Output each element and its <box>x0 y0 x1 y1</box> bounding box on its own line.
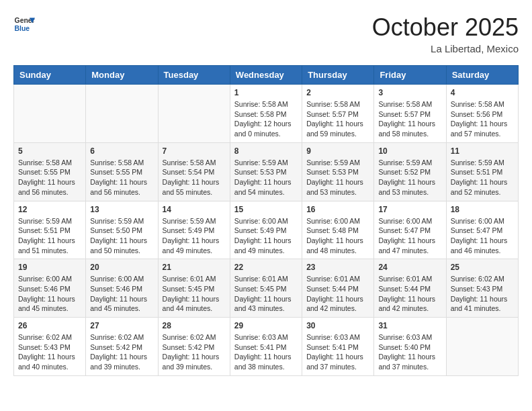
calendar-cell: 29Sunrise: 6:03 AMSunset: 5:41 PMDayligh… <box>230 318 302 376</box>
day-info: Sunrise: 6:02 AMSunset: 5:42 PMDaylight:… <box>163 332 226 372</box>
day-number: 17 <box>378 205 441 214</box>
day-info: Sunrise: 6:02 AMSunset: 5:42 PMDaylight:… <box>90 332 153 372</box>
calendar-week-2: 5Sunrise: 5:58 AMSunset: 5:55 PMDaylight… <box>14 142 519 201</box>
page-header: General Blue October 2025 La Libertad, M… <box>13 13 519 54</box>
calendar-cell: 28Sunrise: 6:02 AMSunset: 5:42 PMDayligh… <box>158 318 230 376</box>
day-info: Sunrise: 5:58 AMSunset: 5:58 PMDaylight:… <box>234 99 298 139</box>
day-number: 10 <box>378 146 441 156</box>
day-number: 20 <box>90 263 153 272</box>
day-info: Sunrise: 6:03 AMSunset: 5:41 PMDaylight:… <box>306 332 369 372</box>
day-info: Sunrise: 6:03 AMSunset: 5:40 PMDaylight:… <box>378 332 441 372</box>
day-number: 8 <box>234 146 298 156</box>
day-number: 29 <box>234 321 298 330</box>
calendar-cell: 2Sunrise: 5:58 AMSunset: 5:57 PMDaylight… <box>302 85 374 143</box>
calendar-cell: 13Sunrise: 5:59 AMSunset: 5:50 PMDayligh… <box>86 201 158 259</box>
day-number: 24 <box>378 263 441 272</box>
day-info: Sunrise: 6:01 AMSunset: 5:45 PMDaylight:… <box>163 274 226 314</box>
calendar-cell: 5Sunrise: 5:58 AMSunset: 5:55 PMDaylight… <box>14 142 86 201</box>
weekday-header-row: Sunday Monday Tuesday Wednesday Thursday… <box>14 66 519 85</box>
day-info: Sunrise: 6:02 AMSunset: 5:43 PMDaylight:… <box>451 274 514 314</box>
day-number: 27 <box>90 321 153 330</box>
calendar-cell: 27Sunrise: 6:02 AMSunset: 5:42 PMDayligh… <box>86 318 158 376</box>
calendar-cell: 22Sunrise: 6:01 AMSunset: 5:45 PMDayligh… <box>230 259 302 318</box>
day-number: 1 <box>234 88 298 97</box>
day-info: Sunrise: 6:00 AMSunset: 5:47 PMDaylight:… <box>378 216 441 256</box>
day-info: Sunrise: 5:58 AMSunset: 5:55 PMDaylight:… <box>18 158 81 197</box>
calendar-cell <box>158 85 230 143</box>
day-number: 13 <box>90 205 153 214</box>
day-number: 25 <box>451 263 514 272</box>
logo: General Blue <box>13 13 35 35</box>
day-info: Sunrise: 5:59 AMSunset: 5:53 PMDaylight:… <box>306 158 369 197</box>
calendar-cell: 17Sunrise: 6:00 AMSunset: 5:47 PMDayligh… <box>374 201 446 259</box>
day-number: 14 <box>163 205 226 214</box>
calendar-cell: 20Sunrise: 6:00 AMSunset: 5:46 PMDayligh… <box>86 259 158 318</box>
calendar-cell: 6Sunrise: 5:58 AMSunset: 5:55 PMDaylight… <box>86 142 158 201</box>
day-number: 3 <box>378 88 441 97</box>
day-info: Sunrise: 6:01 AMSunset: 5:45 PMDaylight:… <box>234 274 298 314</box>
day-info: Sunrise: 6:02 AMSunset: 5:43 PMDaylight:… <box>18 332 81 372</box>
day-info: Sunrise: 5:59 AMSunset: 5:49 PMDaylight:… <box>163 216 226 256</box>
day-info: Sunrise: 5:59 AMSunset: 5:53 PMDaylight:… <box>234 158 298 197</box>
day-number: 30 <box>306 321 369 330</box>
day-number: 21 <box>163 263 226 272</box>
calendar-cell: 11Sunrise: 5:59 AMSunset: 5:51 PMDayligh… <box>446 142 518 201</box>
day-number: 31 <box>378 321 441 330</box>
day-info: Sunrise: 6:00 AMSunset: 5:49 PMDaylight:… <box>234 216 298 256</box>
day-number: 5 <box>18 146 81 156</box>
calendar-cell <box>14 85 86 143</box>
day-info: Sunrise: 6:03 AMSunset: 5:41 PMDaylight:… <box>234 332 298 372</box>
day-number: 18 <box>451 205 514 214</box>
header-tuesday: Tuesday <box>158 66 230 85</box>
calendar-cell: 15Sunrise: 6:00 AMSunset: 5:49 PMDayligh… <box>230 201 302 259</box>
day-number: 26 <box>18 321 81 330</box>
day-info: Sunrise: 5:59 AMSunset: 5:50 PMDaylight:… <box>90 216 153 256</box>
logo-icon: General Blue <box>13 13 35 35</box>
calendar-cell: 10Sunrise: 5:59 AMSunset: 5:52 PMDayligh… <box>374 142 446 201</box>
day-number: 2 <box>306 88 369 97</box>
header-saturday: Saturday <box>446 66 518 85</box>
calendar-week-1: 1Sunrise: 5:58 AMSunset: 5:58 PMDaylight… <box>14 85 519 143</box>
calendar-table: Sunday Monday Tuesday Wednesday Thursday… <box>13 65 519 376</box>
calendar-cell: 7Sunrise: 5:58 AMSunset: 5:54 PMDaylight… <box>158 142 230 201</box>
calendar-week-5: 26Sunrise: 6:02 AMSunset: 5:43 PMDayligh… <box>14 318 519 376</box>
calendar-cell: 25Sunrise: 6:02 AMSunset: 5:43 PMDayligh… <box>446 259 518 318</box>
day-info: Sunrise: 5:59 AMSunset: 5:52 PMDaylight:… <box>378 158 441 197</box>
calendar-cell: 26Sunrise: 6:02 AMSunset: 5:43 PMDayligh… <box>14 318 86 376</box>
calendar-cell: 19Sunrise: 6:00 AMSunset: 5:46 PMDayligh… <box>14 259 86 318</box>
header-wednesday: Wednesday <box>230 66 302 85</box>
day-number: 7 <box>163 146 226 156</box>
calendar-cell <box>446 318 518 376</box>
day-info: Sunrise: 6:01 AMSunset: 5:44 PMDaylight:… <box>378 274 441 314</box>
day-number: 12 <box>18 205 81 214</box>
calendar-cell <box>86 85 158 143</box>
header-thursday: Thursday <box>302 66 374 85</box>
day-info: Sunrise: 6:00 AMSunset: 5:47 PMDaylight:… <box>451 216 514 256</box>
header-friday: Friday <box>374 66 446 85</box>
day-number: 28 <box>163 321 226 330</box>
day-info: Sunrise: 5:58 AMSunset: 5:57 PMDaylight:… <box>306 99 369 139</box>
day-number: 22 <box>234 263 298 272</box>
calendar-cell: 18Sunrise: 6:00 AMSunset: 5:47 PMDayligh… <box>446 201 518 259</box>
calendar-week-4: 19Sunrise: 6:00 AMSunset: 5:46 PMDayligh… <box>14 259 519 318</box>
day-info: Sunrise: 5:59 AMSunset: 5:51 PMDaylight:… <box>451 158 514 197</box>
calendar-subtitle: La Libertad, Mexico <box>372 43 519 54</box>
calendar-cell: 24Sunrise: 6:01 AMSunset: 5:44 PMDayligh… <box>374 259 446 318</box>
day-number: 11 <box>451 146 514 156</box>
calendar-cell: 3Sunrise: 5:58 AMSunset: 5:57 PMDaylight… <box>374 85 446 143</box>
day-number: 23 <box>306 263 369 272</box>
day-number: 4 <box>451 88 514 97</box>
day-info: Sunrise: 6:00 AMSunset: 5:48 PMDaylight:… <box>306 216 369 256</box>
calendar-cell: 12Sunrise: 5:59 AMSunset: 5:51 PMDayligh… <box>14 201 86 259</box>
calendar-cell: 31Sunrise: 6:03 AMSunset: 5:40 PMDayligh… <box>374 318 446 376</box>
calendar-cell: 9Sunrise: 5:59 AMSunset: 5:53 PMDaylight… <box>302 142 374 201</box>
day-info: Sunrise: 5:58 AMSunset: 5:56 PMDaylight:… <box>451 99 514 139</box>
day-info: Sunrise: 5:59 AMSunset: 5:51 PMDaylight:… <box>18 216 81 256</box>
calendar-cell: 8Sunrise: 5:59 AMSunset: 5:53 PMDaylight… <box>230 142 302 201</box>
day-info: Sunrise: 6:00 AMSunset: 5:46 PMDaylight:… <box>18 274 81 314</box>
day-number: 6 <box>90 146 153 156</box>
title-block: October 2025 La Libertad, Mexico <box>372 13 519 54</box>
header-monday: Monday <box>86 66 158 85</box>
day-number: 9 <box>306 146 369 156</box>
calendar-title: October 2025 <box>372 13 519 42</box>
